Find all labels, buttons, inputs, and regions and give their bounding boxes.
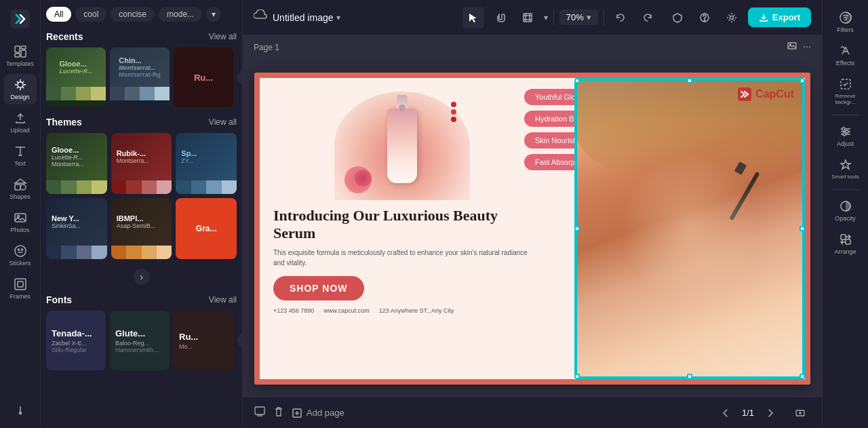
right-panel-arrange[interactable]: Arrange [827, 229, 865, 259]
frame-tool-btn[interactable] [517, 7, 538, 28]
svg-point-5 [18, 82, 23, 87]
zoom-value: 70% [566, 12, 584, 22]
select-tool-btn[interactable] [462, 7, 484, 28]
shop-now-button[interactable]: SHOP NOW [273, 276, 364, 300]
page-current: 1 [742, 408, 747, 418]
theme-card-3[interactable]: New Y... SinkinSa... [46, 198, 107, 259]
canvas-right: Youthful Glow Hydration Boost Skin Nouri… [545, 78, 805, 379]
recent-card-1[interactable]: Chin... Montserrat... Montserrat-Rg [110, 47, 170, 107]
handle-bot-right[interactable] [800, 374, 805, 379]
toolbar-divider-2 [604, 9, 604, 26]
chip-cool[interactable]: cool [75, 7, 106, 22]
themes-more-arrow[interactable]: › [134, 269, 150, 285]
redo-btn[interactable] [637, 7, 658, 28]
svg-marker-8 [15, 179, 26, 183]
right-panel-smart-tools[interactable]: Smart tools [827, 154, 865, 184]
canvas-scroll[interactable]: Introducing Our Luxurious Beauty Serum T… [243, 60, 822, 397]
canvas-image-icon[interactable] [787, 41, 797, 54]
right-panel-adjust[interactable]: Adjust [827, 121, 865, 151]
frame-dropdown[interactable]: ▾ [544, 13, 548, 22]
font-card-0[interactable]: Tenada-... Zacbel X-E... Stilu-Regular [46, 311, 106, 370]
right-panel-filters[interactable]: Filters [827, 7, 865, 37]
recent-card-0[interactable]: Glooe... Lucette-R... [46, 47, 106, 107]
fonts-view-all[interactable]: View all [209, 295, 237, 305]
svg-point-22 [790, 44, 791, 45]
themes-view-all[interactable]: View all [209, 117, 237, 127]
right-panel-effects[interactable]: Effects [827, 40, 865, 71]
sidebar-item-design[interactable]: Design [4, 74, 37, 104]
theme-card-1[interactable]: Rubik-... Montserra... [111, 133, 172, 194]
handle-top-right[interactable] [800, 78, 805, 83]
chip-all[interactable]: All [46, 7, 71, 22]
font-card-0-sub1: Zacbel X-E... [52, 340, 100, 347]
canvas-title: Introducing Our Luxurious Beauty Serum [273, 207, 531, 243]
doc-title-text: Untitled image [273, 12, 334, 23]
page-label: Page 1 [254, 43, 279, 52]
zoom-control[interactable]: 70% ▾ [559, 9, 598, 25]
add-page-button[interactable]: Add page [292, 408, 344, 419]
svg-point-20 [730, 16, 733, 19]
handle-top-mid[interactable] [687, 78, 692, 83]
sidebar-item-photos[interactable]: Photos [4, 207, 37, 237]
delete-icon[interactable] [273, 406, 285, 421]
themes-header: Themes View all [46, 117, 237, 128]
toolbar-divider [553, 9, 554, 26]
model-photo[interactable]: ··· [574, 78, 805, 379]
capcut-logo: CapCut [738, 87, 794, 101]
main-area: Untitled image ▾ ▾ [243, 0, 822, 428]
right-panel-remove-bg[interactable]: Remove backgr... [827, 73, 865, 109]
handle-bot-left[interactable] [574, 374, 580, 379]
theme-card-0[interactable]: Glooe... Lucette-R... Montserra... [46, 133, 107, 194]
right-panel-divider-1 [832, 115, 859, 115]
undo-btn[interactable] [610, 7, 631, 28]
handle-mid-right[interactable] [800, 226, 805, 231]
chip-concise[interactable]: concise [111, 7, 155, 22]
theme-card-5[interactable]: Gra... [176, 198, 237, 259]
app-logo[interactable] [8, 7, 33, 31]
font-card-1[interactable]: Glute... Baloo-Reg... HammersmithOn... [110, 311, 170, 370]
right-panel-opacity[interactable]: Opacity [827, 195, 865, 226]
chip-more[interactable]: ▾ [206, 7, 221, 22]
sidebar-item-frames[interactable]: Frames [4, 273, 37, 304]
handle-bot-mid[interactable] [687, 374, 692, 379]
thumbnail-icon[interactable] [254, 406, 266, 421]
sidebar-item-shapes[interactable]: Shapes [4, 174, 37, 204]
fonts-more-arrow[interactable]: › [237, 332, 243, 349]
settings-btn[interactable] [721, 7, 743, 28]
canvas-more-icon[interactable]: ··· [803, 41, 811, 54]
font-card-2-sub1: Mo... [179, 343, 228, 350]
handle-top-left[interactable] [574, 78, 580, 83]
canvas-address: 123 Anywhere ST., Any City [379, 307, 454, 314]
fonts-header: Fonts View all [46, 294, 237, 305]
pan-tool-btn[interactable] [490, 7, 511, 28]
chip-modern[interactable]: mode... [159, 7, 202, 22]
svg-rect-6 [15, 184, 20, 190]
recents-view-all[interactable]: View all [209, 32, 237, 41]
handle-mid-left[interactable] [574, 226, 580, 231]
zoom-chevron: ▾ [587, 12, 591, 22]
doc-title[interactable]: Untitled image ▾ [273, 12, 340, 23]
help-btn[interactable] [694, 7, 715, 28]
sidebar-item-text[interactable]: Text [4, 140, 37, 171]
recent-card-2[interactable]: Ru... [174, 47, 233, 107]
sidebar-item-more[interactable] [4, 400, 37, 421]
recents-grid: Glooe... Lucette-R... Chin... Montserrat… [46, 47, 237, 107]
sidebar-item-templates[interactable]: Templates [4, 41, 37, 71]
expand-icon-btn[interactable] [789, 402, 811, 424]
shield-icon-btn[interactable] [667, 7, 688, 28]
theme-card-2[interactable]: Sp... ZY... [176, 133, 237, 194]
themes-title: Themes [46, 117, 82, 128]
toolbar-left: Untitled image ▾ [254, 9, 454, 26]
prev-page-btn[interactable] [715, 402, 736, 424]
theme-card-4[interactable]: IBMPl... Asap-SemiB... [111, 198, 172, 259]
export-button[interactable]: Export [748, 7, 811, 27]
sidebar-item-upload[interactable]: Upload [4, 107, 37, 138]
right-panel-opacity-label: Opacity [835, 215, 856, 222]
sidebar-item-stickers[interactable]: Stickers [4, 240, 37, 271]
recents-title: Recents [46, 31, 83, 42]
bottom-left: Add page [254, 406, 344, 421]
recents-next-arrow[interactable]: › [237, 69, 243, 85]
next-page-btn[interactable] [760, 402, 781, 424]
font-card-2[interactable]: Ru... Mo... [174, 311, 233, 370]
canvas-header: Page 1 ··· [243, 35, 822, 60]
